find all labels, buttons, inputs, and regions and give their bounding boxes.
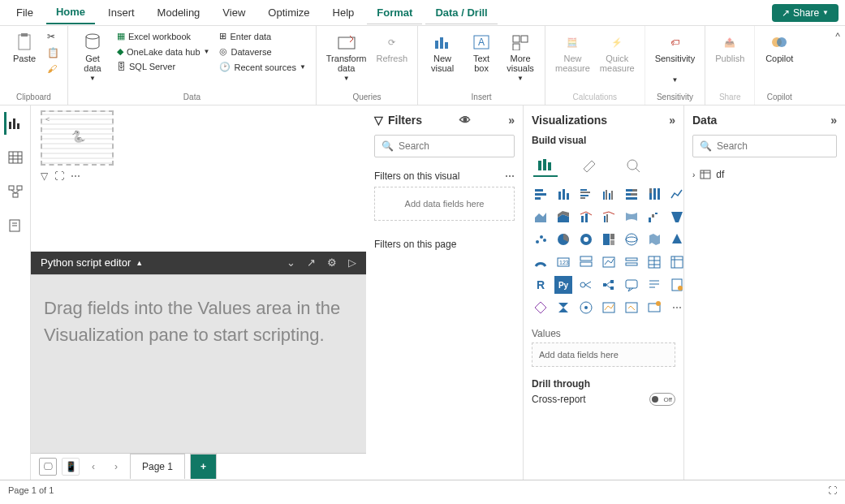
multi-row-card-icon[interactable]: [577, 253, 595, 271]
smart-narrative-icon[interactable]: [645, 276, 663, 294]
filter-dropzone-visual[interactable]: Add data fields here: [374, 187, 515, 221]
desktop-layout-icon[interactable]: 🖵: [39, 458, 57, 476]
area-chart-icon[interactable]: [532, 208, 550, 226]
python-visual-icon[interactable]: Py: [554, 276, 572, 294]
share-button[interactable]: ↗ Share ▼: [772, 4, 839, 22]
menu-format[interactable]: Format: [367, 2, 422, 24]
100-stacked-column-icon[interactable]: [645, 185, 663, 203]
paginated-report-icon[interactable]: [668, 276, 684, 294]
scatter-icon[interactable]: [532, 230, 550, 248]
copilot-button[interactable]: Copilot: [761, 29, 797, 67]
collapse-filters-icon[interactable]: »: [508, 114, 515, 127]
copy-icon[interactable]: 📋: [45, 45, 61, 60]
key-influencers-icon[interactable]: [577, 276, 595, 294]
sql-server-button[interactable]: 🗄SQL Server: [114, 60, 213, 73]
menu-modeling[interactable]: Modeling: [148, 2, 210, 24]
filter-icon[interactable]: ▽: [41, 170, 48, 182]
r-visual-icon[interactable]: R: [532, 276, 550, 294]
ribbon-chart-icon[interactable]: [623, 208, 640, 226]
more-options-icon[interactable]: ⋯: [71, 170, 80, 182]
paste-button[interactable]: Paste: [6, 29, 42, 67]
stacked-area-icon[interactable]: [554, 208, 572, 226]
decomposition-tree-icon[interactable]: [600, 276, 618, 294]
stacked-bar-icon[interactable]: [532, 185, 550, 203]
kpi-icon[interactable]: [600, 253, 618, 271]
clustered-bar-icon[interactable]: [577, 185, 595, 203]
get-more-visuals-icon[interactable]: ⋯: [668, 299, 684, 317]
goals-icon[interactable]: [623, 299, 640, 317]
stacked-column-icon[interactable]: [554, 185, 572, 203]
slicer-icon[interactable]: [623, 253, 640, 271]
new-visual-button[interactable]: New visual: [425, 29, 460, 76]
values-dropzone[interactable]: Add data fields here: [532, 342, 675, 367]
funnel-icon[interactable]: [668, 208, 684, 226]
gauge-icon[interactable]: [532, 253, 550, 271]
chevron-down-icon[interactable]: ⌄: [287, 256, 295, 269]
more-visuals-button[interactable]: More visuals▼: [502, 29, 538, 85]
popout-icon[interactable]: ↗: [307, 256, 316, 269]
fields-search-input[interactable]: 🔍 Search: [692, 135, 837, 157]
menu-insert[interactable]: Insert: [98, 2, 144, 24]
report-canvas[interactable]: < ▽ ⛶ ⋯: [31, 106, 366, 252]
menu-view[interactable]: View: [213, 2, 255, 24]
excel-workbook-button[interactable]: ▦Excel workbook: [114, 29, 213, 43]
dataverse-button[interactable]: ◎Dataverse: [216, 45, 308, 58]
menu-optimize[interactable]: Optimize: [258, 2, 319, 24]
zoom-fit-icon[interactable]: ⛶: [828, 485, 837, 495]
matrix-icon[interactable]: [668, 253, 684, 271]
dax-view-tab[interactable]: [4, 214, 27, 237]
get-data-button[interactable]: Get data▼: [75, 29, 110, 85]
table-view-tab[interactable]: [4, 146, 27, 169]
menu-home[interactable]: Home: [46, 1, 95, 24]
python-visual-placeholder[interactable]: <: [41, 110, 114, 166]
run-icon[interactable]: ▷: [348, 256, 356, 269]
waterfall-icon[interactable]: [645, 208, 663, 226]
enter-data-button[interactable]: ⊞Enter data: [216, 29, 308, 43]
menu-file[interactable]: File: [6, 2, 43, 24]
collapse-vis-icon[interactable]: »: [669, 114, 675, 127]
filters-search-input[interactable]: 🔍 Search: [374, 135, 515, 157]
line-chart-icon[interactable]: [668, 185, 684, 203]
qa-visual-icon[interactable]: [623, 276, 640, 294]
format-tab[interactable]: [577, 154, 601, 177]
pie-icon[interactable]: [554, 230, 572, 248]
eye-icon[interactable]: 👁: [459, 114, 471, 127]
clustered-column-icon[interactable]: [600, 185, 618, 203]
next-page-button[interactable]: ›: [107, 458, 125, 476]
recent-sources-button[interactable]: 🕑Recent sources ▼: [216, 60, 308, 74]
powerapps-icon[interactable]: [532, 299, 550, 317]
100-stacked-bar-icon[interactable]: [623, 185, 640, 203]
cross-report-toggle[interactable]: Off: [649, 393, 675, 406]
focus-icon[interactable]: ⛶: [54, 170, 64, 182]
sensitivity-button[interactable]: 🏷 Sensitivity▼: [652, 29, 699, 87]
line-stacked-column-icon[interactable]: [577, 208, 595, 226]
page-tab-1[interactable]: Page 1: [130, 454, 185, 479]
collapse-fields-icon[interactable]: »: [830, 114, 837, 127]
arcgis-icon[interactable]: [577, 299, 595, 317]
ribbon-collapse-button[interactable]: ^: [830, 26, 845, 105]
mobile-layout-icon[interactable]: 📱: [62, 458, 80, 476]
menu-data-drill[interactable]: Data / Drill: [425, 2, 497, 24]
transform-data-button[interactable]: Transform data▼: [323, 29, 370, 85]
table-df[interactable]: › df: [684, 164, 845, 185]
filled-map-icon[interactable]: [645, 230, 663, 248]
card-new-icon[interactable]: [645, 299, 663, 317]
analytics-tab[interactable]: [621, 154, 645, 177]
cut-icon[interactable]: ✂: [45, 29, 61, 44]
report-view-tab[interactable]: [4, 112, 27, 135]
table-icon[interactable]: [645, 253, 663, 271]
onelake-button[interactable]: ◆OneLake data hub ▼: [114, 45, 213, 58]
text-box-button[interactable]: A Text box: [463, 29, 499, 76]
sparkline-icon[interactable]: [600, 299, 618, 317]
menu-help[interactable]: Help: [323, 2, 364, 24]
model-view-tab[interactable]: [4, 180, 27, 203]
treemap-icon[interactable]: [600, 230, 618, 248]
format-painter-icon[interactable]: 🖌: [45, 62, 61, 76]
map-icon[interactable]: [623, 230, 640, 248]
add-page-button[interactable]: +: [190, 454, 217, 479]
azure-map-icon[interactable]: [668, 230, 684, 248]
donut-icon[interactable]: [577, 230, 595, 248]
build-tab[interactable]: [533, 154, 558, 177]
gear-icon[interactable]: ⚙: [327, 256, 337, 269]
line-clustered-column-icon[interactable]: [600, 208, 618, 226]
